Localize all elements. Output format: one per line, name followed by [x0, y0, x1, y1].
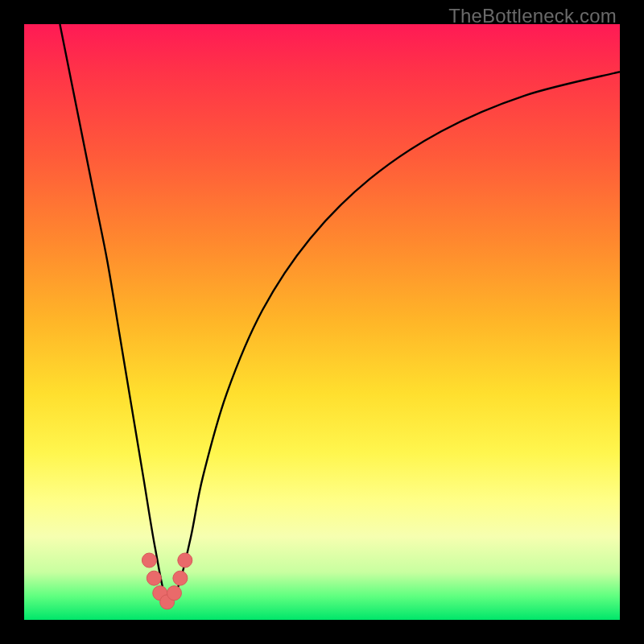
- minimum-marker: [178, 553, 192, 568]
- minimum-marker: [167, 586, 181, 601]
- bottleneck-curve: [60, 24, 620, 604]
- minimum-markers: [142, 553, 192, 609]
- minimum-marker: [147, 571, 161, 585]
- minimum-marker: [142, 553, 156, 568]
- plot-area: [24, 24, 620, 620]
- chart-frame: TheBottleneck.com: [0, 0, 644, 644]
- curve-layer: [24, 24, 620, 620]
- minimum-marker: [173, 571, 188, 585]
